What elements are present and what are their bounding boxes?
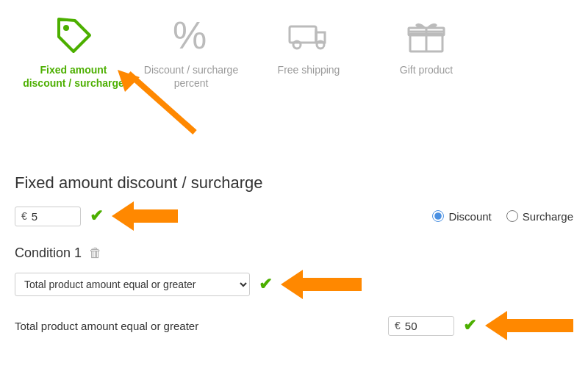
tag-icon [51, 13, 96, 57]
section-title: Fixed amount discount / surcharge [15, 173, 573, 193]
percent-icon: % [169, 13, 213, 57]
radio-surcharge[interactable]: Surcharge [506, 210, 573, 223]
dropdown-check: ✔ [259, 275, 272, 294]
gift-icon [404, 13, 448, 57]
bottom-condition-label: Total product amount equal or greater [15, 320, 388, 332]
radio-surcharge-input[interactable] [506, 210, 518, 222]
radio-discount-label: Discount [448, 210, 491, 223]
condition-select[interactable]: Total product amount equal or greater To… [15, 273, 250, 296]
radio-discount-input[interactable] [432, 210, 444, 222]
icon-free-shipping-label: Free shipping [278, 63, 340, 76]
bottom-condition-row: Total product amount equal or greater € … [15, 311, 573, 340]
condition-header: Condition 1 🗑 [15, 245, 573, 261]
truck-icon [287, 13, 331, 57]
bottom-amount-input-wrapper: € [388, 316, 454, 336]
icon-row: Fixed amount discount / surcharge % Disc… [0, 0, 588, 96]
svg-line-11 [129, 73, 195, 132]
main-content: Fixed amount discount / surcharge € ✔ Di… [0, 173, 588, 340]
arrow-annotation-2 [112, 201, 178, 231]
icon-free-shipping[interactable]: Free shipping [250, 7, 368, 82]
dropdown-row: Total product amount equal or greater To… [15, 270, 573, 299]
euro-symbol: € [21, 210, 27, 222]
radio-discount[interactable]: Discount [432, 210, 491, 223]
svg-point-5 [317, 41, 324, 49]
arrow-annotation-3 [281, 270, 362, 299]
svg-text:%: % [173, 14, 207, 57]
bottom-check: ✔ [463, 316, 476, 335]
arrow-annotation-4 [485, 311, 573, 340]
amount-input[interactable] [32, 210, 68, 223]
icon-fixed-amount-label: Fixed amount discount / surcharge [21, 63, 126, 90]
condition-title: Condition 1 [15, 245, 82, 261]
svg-point-0 [63, 25, 69, 31]
svg-rect-2 [290, 26, 316, 43]
bottom-right-group: € ✔ [388, 311, 573, 340]
bottom-euro-symbol: € [395, 320, 401, 331]
icon-gift-product-label: Gift product [400, 63, 453, 76]
bottom-amount-input[interactable] [405, 320, 442, 332]
svg-point-4 [293, 41, 301, 49]
radio-surcharge-label: Surcharge [523, 210, 573, 223]
radio-group: Discount Surcharge [432, 210, 573, 223]
icon-gift-product[interactable]: Gift product [368, 7, 485, 82]
amount-input-wrapper: € [15, 207, 81, 226]
amount-check: ✔ [90, 207, 103, 226]
trash-icon[interactable]: 🗑 [89, 245, 102, 261]
arrow-annotation-1 [114, 66, 202, 143]
